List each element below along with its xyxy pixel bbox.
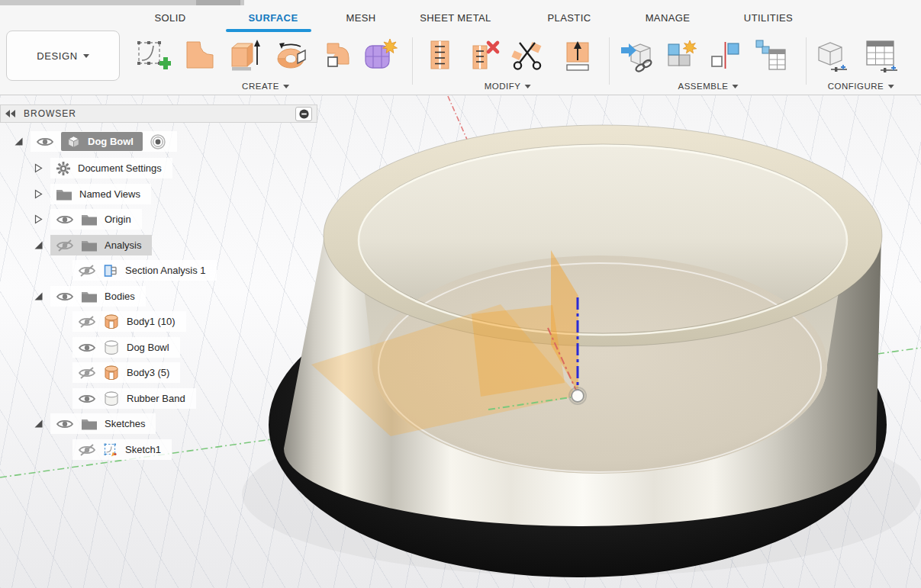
visibility-off-icon[interactable]	[78, 316, 96, 328]
extend-icon	[559, 37, 596, 74]
active-tab-underline	[226, 29, 311, 32]
tree-row-label: Section Analysis 1	[125, 265, 206, 276]
solid-body-icon	[103, 391, 120, 406]
stitch-button[interactable]	[421, 36, 459, 76]
tab-mesh[interactable]: MESH	[346, 8, 375, 29]
configuration-button[interactable]	[812, 36, 850, 76]
tree-row-label: Origin	[105, 214, 131, 225]
surface-body-icon	[103, 365, 120, 381]
trim-button[interactable]	[508, 36, 546, 76]
create-form-button[interactable]	[360, 36, 398, 76]
chevron-down-icon	[887, 85, 894, 88]
ribbon-toolbar: SOLID SURFACE MESH SHEET METAL PLASTIC M…	[0, 5, 921, 95]
group-divider	[806, 37, 807, 85]
visibility-on-icon[interactable]	[78, 393, 96, 405]
visibility-on-icon[interactable]	[36, 136, 54, 148]
visibility-on-icon[interactable]	[56, 418, 74, 430]
tab-solid[interactable]: SOLID	[154, 8, 185, 29]
joint-button[interactable]	[707, 36, 745, 76]
tree-row-bodies[interactable]: Bodies	[34, 286, 146, 307]
create-sketch-button[interactable]	[134, 36, 172, 76]
tab-manage[interactable]: MANAGE	[646, 8, 691, 29]
component-pattern-icon	[753, 37, 790, 74]
tree-row-label: Dog Bowl	[88, 136, 134, 147]
collapse-arrow-icon[interactable]	[34, 291, 43, 301]
expand-arrow-icon[interactable]	[34, 214, 43, 224]
sketch-plane-profile[interactable]	[472, 305, 565, 397]
visibility-on-icon[interactable]	[56, 214, 74, 226]
tree-row-body1[interactable]: Body1 (10)	[72, 311, 186, 332]
surface-body-icon	[103, 314, 120, 329]
folder-icon	[81, 239, 98, 252]
visibility-on-icon[interactable]	[56, 291, 74, 303]
collapse-arrow-icon[interactable]	[34, 240, 43, 250]
tree-row-analysis[interactable]: Analysis	[34, 235, 152, 255]
collapse-arrow-icon[interactable]	[14, 137, 24, 146]
tree-row-body3[interactable]: Body3 (5)	[72, 362, 180, 383]
sweep-button[interactable]	[320, 36, 359, 76]
tree-row-dog-bowl-root[interactable]: Dog Bowl	[14, 131, 177, 152]
expand-arrow-icon[interactable]	[34, 163, 43, 173]
visibility-off-icon[interactable]	[56, 239, 74, 252]
folder-icon	[56, 188, 72, 201]
patch-icon	[181, 37, 217, 74]
y-axis-line-right	[878, 348, 921, 354]
origin-point[interactable]	[572, 390, 584, 402]
insert-derive-button[interactable]	[618, 36, 656, 76]
create-group-label[interactable]: CREATE	[242, 82, 289, 91]
display-settings-button[interactable]	[295, 107, 312, 121]
group-divider	[412, 37, 413, 85]
gear-icon	[56, 161, 71, 176]
tree-row-label: Sketch1	[125, 444, 161, 455]
tab-surface[interactable]: SURFACE	[249, 8, 298, 29]
expand-arrow-icon[interactable]	[34, 189, 43, 199]
tree-row-label: Sketches	[105, 418, 145, 429]
folder-icon	[81, 290, 98, 303]
tree-row-label: Body3 (5)	[127, 367, 169, 378]
tab-utilities[interactable]: UTILITIES	[744, 8, 793, 29]
component-pattern-button[interactable]	[752, 36, 791, 76]
revolve-icon	[272, 37, 309, 74]
chevron-down-icon	[83, 54, 89, 58]
tree-row-label: Body1 (10)	[127, 316, 176, 327]
tab-plastic[interactable]: PLASTIC	[548, 8, 591, 29]
unstitch-button[interactable]	[465, 36, 504, 76]
fusion-window: SOLID SURFACE MESH SHEET METAL PLASTIC M…	[0, 0, 921, 588]
activate-component-radio[interactable]	[150, 133, 166, 150]
configure-group-label[interactable]: CONFIGURE	[828, 82, 894, 91]
tree-row-named-views[interactable]: Named Views	[34, 184, 151, 204]
tree-row-rubber-band[interactable]: Rubber Band	[72, 388, 196, 409]
unstitch-icon	[466, 37, 503, 74]
tree-row-label: Document Settings	[78, 162, 162, 174]
x-axis-line-back	[448, 96, 468, 141]
visibility-off-icon[interactable]	[78, 367, 96, 379]
tree-row-sketches[interactable]: Sketches	[34, 413, 156, 434]
tree-row-sketch1[interactable]: Sketch1	[72, 439, 172, 460]
chevron-down-icon	[524, 85, 530, 88]
tree-row-dog-bowl-body[interactable]: Dog Bowl	[72, 337, 180, 358]
design-menu-button[interactable]: DESIGN	[6, 31, 120, 81]
chevron-down-icon	[733, 85, 739, 88]
tab-sheet-metal[interactable]: SHEET METAL	[420, 8, 491, 29]
visibility-off-icon[interactable]	[78, 265, 96, 277]
tree-row-section-analysis-1[interactable]: Section Analysis 1	[72, 260, 217, 281]
extend-button[interactable]	[559, 36, 597, 76]
collapse-panel-icon[interactable]	[5, 110, 16, 117]
tree-row-document-settings[interactable]: Document Settings	[34, 158, 172, 178]
new-component-button[interactable]	[662, 36, 700, 76]
modify-group-label[interactable]: MODIFY	[485, 82, 531, 91]
patch-button[interactable]	[180, 36, 218, 76]
solid-body-icon	[103, 340, 120, 355]
configuration-table-button[interactable]	[862, 36, 900, 76]
insert-derive-icon	[619, 37, 655, 74]
sketch-icon	[103, 442, 118, 458]
extrude-button[interactable]	[226, 36, 264, 76]
visibility-off-icon[interactable]	[78, 444, 96, 456]
section-analysis-icon	[103, 263, 118, 278]
create-form-icon	[361, 37, 398, 74]
collapse-arrow-icon[interactable]	[34, 419, 43, 429]
revolve-button[interactable]	[272, 36, 310, 76]
visibility-on-icon[interactable]	[78, 342, 96, 354]
assemble-group-label[interactable]: ASSEMBLE	[678, 82, 739, 91]
tree-row-origin[interactable]: Origin	[34, 209, 142, 230]
